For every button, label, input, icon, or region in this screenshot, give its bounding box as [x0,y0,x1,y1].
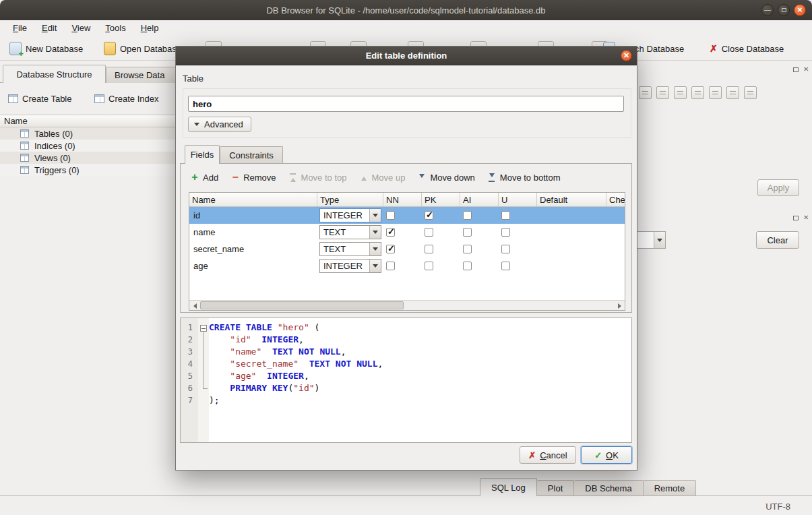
ai-checkbox[interactable] [463,245,472,253]
ai-checkbox[interactable] [463,228,472,237]
check-cell[interactable] [606,241,625,258]
u-checkbox[interactable] [501,245,510,253]
combobox-dropdown-button[interactable] [369,243,381,255]
close-database-button[interactable]: ✗ Close Database [710,40,784,57]
type-combobox[interactable]: TEXT [319,225,381,239]
pk-checkbox[interactable] [425,262,433,270]
field-row-name[interactable]: nameTEXT [189,224,625,241]
column-header-ai[interactable]: AI [460,193,499,206]
minimize-icon[interactable]: — [761,4,774,16]
column-header-pk[interactable]: PK [422,193,460,206]
edit-cell-tool-icon[interactable] [656,86,669,99]
field-name-cell[interactable]: name [189,224,317,241]
field-type-cell[interactable]: INTEGER [317,207,383,224]
ai-checkbox[interactable] [463,262,472,270]
menu-edit[interactable]: Edit [34,22,64,34]
pk-checkbox[interactable] [425,211,433,220]
check-cell[interactable] [606,258,625,274]
check-cell[interactable] [606,224,625,241]
default-cell[interactable] [537,241,606,258]
fold-collapse-icon[interactable] [200,325,207,332]
bottom-tab-sql-log[interactable]: SQL Log [480,478,537,496]
scroll-right-icon[interactable] [615,301,625,310]
horizontal-scrollbar[interactable] [189,300,625,310]
pk-checkbox[interactable] [425,228,433,237]
pk-checkbox[interactable] [425,245,433,253]
scroll-left-icon[interactable] [189,301,199,310]
float-dock-icon[interactable] [793,216,799,220]
tab-database-structure[interactable]: Database Structure [3,65,106,83]
ai-checkbox[interactable] [463,211,472,220]
default-cell[interactable] [537,224,606,241]
open-database-button[interactable]: Open Database [104,40,181,57]
column-header-default[interactable]: Default [537,193,606,206]
combobox-dropdown-button[interactable] [654,232,665,248]
u-checkbox[interactable] [501,211,510,220]
field-type-cell[interactable]: TEXT [317,224,383,241]
tab-constraints[interactable]: Constraints [220,146,283,164]
table-name-input[interactable] [188,96,624,112]
cancel-button[interactable]: ✗ Cancel [520,446,576,464]
nn-checkbox[interactable] [386,262,395,270]
column-header-check[interactable]: Check [606,193,625,206]
close-dock-icon[interactable]: ✕ [803,66,809,73]
check-cell[interactable] [606,207,625,224]
field-name-cell[interactable]: age [189,258,317,274]
default-cell[interactable] [537,258,606,274]
nn-checkbox[interactable] [386,228,395,237]
field-row-secret-name[interactable]: secret_nameTEXT [189,241,625,258]
default-cell[interactable] [537,207,606,224]
ok-button[interactable]: ✓ OK [581,446,632,464]
edit-cell-tool-icon[interactable] [709,86,722,99]
clear-button[interactable]: Clear [756,231,799,249]
menu-help[interactable]: Help [133,22,166,34]
edit-cell-tool-icon[interactable] [726,86,739,99]
column-header-u[interactable]: U [499,193,537,206]
type-combobox[interactable]: TEXT [319,242,381,256]
advanced-toggle-button[interactable]: Advanced [188,117,251,132]
menu-file[interactable]: File [5,22,34,34]
scrollbar-thumb[interactable] [200,301,404,309]
move-down-button[interactable]: Move down [417,169,474,185]
field-type-cell[interactable]: TEXT [317,241,383,258]
edit-cell-tool-icon[interactable] [674,86,687,99]
close-dock-icon[interactable]: ✕ [803,214,809,221]
create-index-button[interactable]: Create Index [94,90,158,107]
edit-cell-tool-icon[interactable] [691,86,704,99]
menu-view[interactable]: View [64,22,98,34]
float-dock-icon[interactable] [793,67,799,72]
nn-checkbox[interactable] [386,211,395,220]
combobox-dropdown-button[interactable] [369,226,381,239]
field-row-age[interactable]: ageINTEGER [189,258,625,274]
field-type-cell[interactable]: INTEGER [317,258,383,274]
remove-button[interactable]: Remove [230,169,276,185]
bottom-tab-remote[interactable]: Remote [644,480,697,496]
field-name-cell[interactable]: id [189,207,317,224]
tab-fields[interactable]: Fields [185,145,220,164]
maximize-icon[interactable] [778,4,790,16]
field-name-cell[interactable]: secret_name [189,241,317,258]
move-to-bottom-button[interactable]: Move to bottom [487,169,561,185]
bottom-tab-plot[interactable]: Plot [537,480,574,496]
u-checkbox[interactable] [501,262,510,270]
close-icon[interactable]: ✕ [794,4,806,16]
column-header-type[interactable]: Type [317,193,383,206]
combobox-dropdown-button[interactable] [369,260,381,272]
type-combobox[interactable]: INTEGER [319,208,381,222]
edit-cell-tool-icon[interactable] [639,86,652,99]
add-button[interactable]: Add [190,169,218,185]
dialog-close-icon[interactable]: ✕ [621,50,632,61]
create-table-button[interactable]: Create Table [8,90,71,107]
menu-tools[interactable]: Tools [98,22,133,34]
bottom-tab-db-schema[interactable]: DB Schema [574,480,643,496]
new-database-button[interactable]: New Database [9,40,83,57]
type-combobox[interactable]: INTEGER [319,259,381,273]
tab-browse-data[interactable]: Browse Data [106,67,184,83]
field-row-id[interactable]: idINTEGER [189,207,625,224]
nn-checkbox[interactable] [386,245,395,253]
combobox-dropdown-button[interactable] [369,209,381,222]
u-checkbox[interactable] [501,228,510,237]
column-header-nn[interactable]: NN [383,193,422,206]
column-header-name[interactable]: Name [189,193,317,206]
sql-preview-editor[interactable]: 1CREATE TABLE "hero" (2 "id" INTEGER,3 "… [180,317,632,443]
